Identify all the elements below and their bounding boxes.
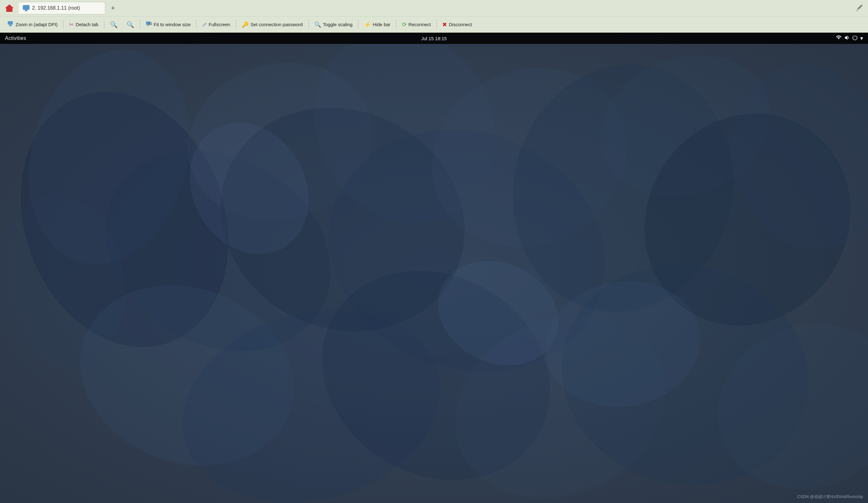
svg-rect-1 [8, 9, 11, 12]
systray-power-icon[interactable] [852, 35, 858, 42]
fullscreen-label: Fullscreen [209, 22, 230, 27]
separator-4 [196, 20, 197, 29]
activities-button[interactable]: Activities [5, 35, 26, 41]
tab-item-remote[interactable]: 2. 192.168.1.11 (root) [18, 2, 105, 14]
new-tab-button[interactable]: + [107, 2, 119, 14]
svg-rect-11 [147, 25, 149, 26]
hide-bar-button[interactable]: ⚡ Hide bar [360, 19, 394, 30]
systray-volume-icon[interactable] [844, 35, 850, 42]
svg-rect-3 [25, 10, 27, 11]
zoom-in-icon: 🔍 [126, 21, 134, 28]
zoom-in-dpi-button[interactable]: Zoom in (adapt DPI) [4, 19, 61, 30]
disconnect-label: Disconnect [449, 22, 472, 27]
gnome-systray: ▾ [836, 35, 863, 42]
zoom-out-button[interactable]: 🔍 [106, 19, 122, 30]
separator-8 [396, 20, 396, 29]
systray-menu-icon[interactable]: ▾ [860, 35, 863, 42]
svg-rect-10 [147, 24, 148, 25]
set-password-button[interactable]: 🔑 Set connection password [238, 19, 307, 30]
separator-5 [236, 20, 236, 29]
svg-rect-2 [23, 5, 29, 10]
toolbar: Zoom in (adapt DPI) ✂ Detach tab 🔍 🔍 [0, 16, 868, 32]
watermark-text: CSDN @动波计算NVIDIA&Rockchip [797, 494, 863, 500]
password-icon: 🔑 [242, 21, 249, 28]
tab-icon [23, 5, 30, 11]
scaling-label: Toggle scaling [323, 22, 353, 27]
svg-rect-9 [146, 21, 151, 24]
fullscreen-icon: ⤢ [202, 21, 207, 28]
detach-tab-button[interactable]: ✂ Detach tab [65, 19, 102, 30]
fit-window-button[interactable]: Fit to window size [142, 19, 194, 30]
svg-line-5 [857, 8, 858, 11]
svg-rect-8 [9, 25, 12, 26]
separator-2 [104, 20, 104, 29]
gnome-clock: Jul 15 18:15 [421, 36, 447, 41]
separator-3 [140, 20, 140, 29]
tab-bar: 2. 192.168.1.11 (root) + [0, 0, 868, 16]
svg-rect-4 [24, 11, 28, 11]
separator-9 [436, 20, 437, 29]
wallpaper-svg [0, 33, 868, 503]
systray-network-icon[interactable] [836, 35, 841, 42]
detach-icon: ✂ [69, 21, 74, 28]
desktop-background [0, 33, 868, 503]
gnome-topbar: Activities Jul 15 18:15 [0, 33, 868, 44]
fullscreen-button[interactable]: ⤢ Fullscreen [198, 19, 234, 30]
toggle-scaling-button[interactable]: 🔍 Toggle scaling [310, 19, 356, 30]
svg-marker-36 [845, 35, 847, 40]
disconnect-button[interactable]: ✖ Disconnect [438, 19, 476, 30]
hidebar-label: Hide bar [373, 22, 391, 27]
zoom-in-dpi-icon [8, 21, 14, 28]
fit-window-label: Fit to window size [154, 22, 190, 27]
reconnect-label: Reconnect [409, 22, 431, 27]
tab-title: 2. 192.168.1.11 (root) [32, 5, 101, 11]
disconnect-icon: ✖ [442, 21, 447, 28]
reconnect-button[interactable]: ⟳ Reconnect [398, 19, 435, 30]
browser-chrome: 2. 192.168.1.11 (root) + Zoom in (adapt … [0, 0, 868, 33]
hidebar-icon: ⚡ [364, 21, 371, 28]
pin-icon[interactable] [854, 2, 866, 14]
reconnect-icon: ⟳ [402, 21, 407, 28]
scaling-icon: 🔍 [314, 21, 321, 28]
svg-rect-7 [10, 24, 11, 25]
separator-6 [308, 20, 309, 29]
zoom-out-icon: 🔍 [110, 21, 118, 28]
zoom-in-button[interactable]: 🔍 [123, 19, 138, 30]
detach-label: Detach tab [76, 22, 99, 27]
separator-7 [358, 20, 359, 29]
home-icon [4, 3, 14, 13]
zoom-in-dpi-label: Zoom in (adapt DPI) [16, 22, 58, 27]
svg-rect-6 [8, 21, 13, 24]
fit-icon [146, 21, 152, 28]
remote-desktop-area[interactable]: Activities Jul 15 18:15 [0, 33, 868, 503]
password-label: Set connection password [250, 22, 303, 27]
home-button[interactable] [2, 1, 16, 15]
